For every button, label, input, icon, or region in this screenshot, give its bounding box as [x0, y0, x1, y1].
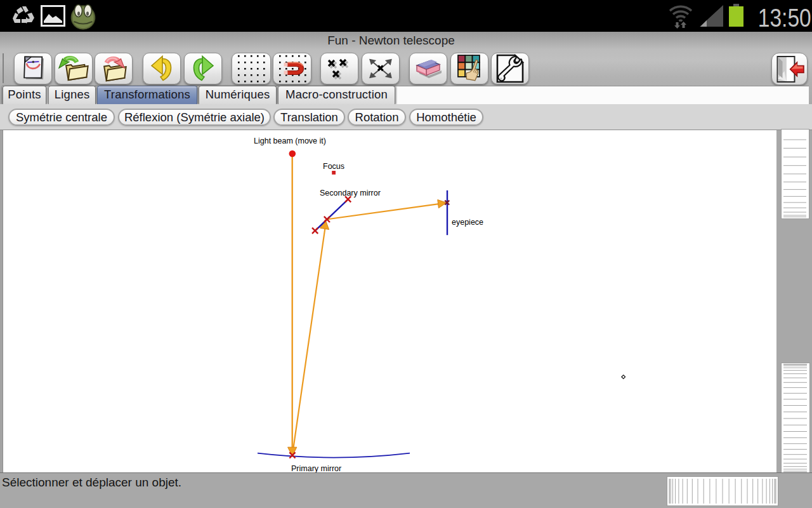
svg-text:Primary mirror: Primary mirror: [291, 464, 341, 472]
svg-text:Light beam (move it): Light beam (move it): [254, 137, 326, 145]
svg-text:eyepiece: eyepiece: [452, 218, 483, 227]
svg-text:Secondary mirror: Secondary mirror: [320, 189, 381, 197]
svg-text:Focus: Focus: [323, 162, 344, 171]
